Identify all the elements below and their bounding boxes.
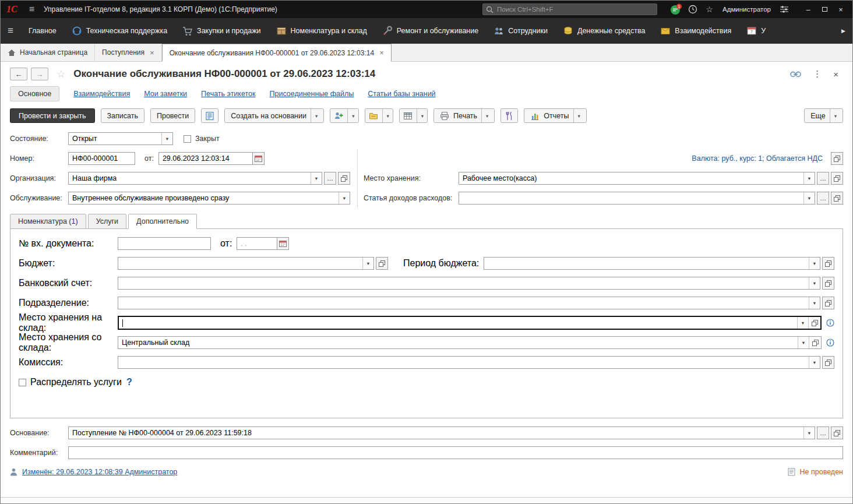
choose-button[interactable]: … [324, 172, 336, 185]
notifications-icon[interactable]: 1 [668, 2, 683, 17]
open-button[interactable] [831, 172, 843, 185]
open-button[interactable] [376, 257, 388, 270]
open-button[interactable] [822, 356, 834, 369]
tab-dopolnitelno[interactable]: Дополнительно [128, 214, 197, 229]
search-input[interactable] [482, 3, 657, 15]
dropdown-icon[interactable]: ▾ [161, 133, 172, 144]
menu-item-sotrudniki[interactable]: Сотрудники [494, 26, 548, 36]
open-button[interactable] [338, 172, 350, 185]
info-icon[interactable] [826, 339, 834, 347]
dropdown-icon[interactable]: ▾ [809, 258, 820, 269]
choose-button[interactable]: … [817, 192, 829, 205]
menu-item-vzaimodeystviya[interactable]: Взаимодействия [660, 26, 731, 36]
forward-button[interactable]: → [31, 68, 48, 80]
service-combobox[interactable]: Внутреннее обслуживание произведено сраз… [68, 192, 350, 205]
dropdown-icon[interactable]: ▾ [362, 258, 373, 269]
service-button[interactable] [500, 108, 518, 123]
dropdown-icon[interactable]: ▾ [311, 172, 322, 184]
budget-combobox[interactable]: ▾ [118, 257, 374, 270]
open-button[interactable] [831, 192, 843, 205]
create-based-on-button[interactable]: Создать на основании ▾ [224, 108, 324, 123]
department-combobox[interactable]: ▾ [118, 297, 820, 309]
nav-link-vzaimodeystviya[interactable]: Взаимодействия [73, 90, 130, 98]
open-icon[interactable] [808, 317, 820, 329]
tab-postupleniya[interactable]: Поступления × [95, 44, 162, 61]
dropdown-icon[interactable]: ▾ [311, 109, 318, 122]
choose-button[interactable]: … [817, 427, 829, 439]
maximize-button[interactable] [816, 1, 833, 17]
close-form-icon[interactable]: × [833, 69, 838, 79]
menu-item-glavnoe[interactable]: Главное [29, 27, 57, 35]
modified-link[interactable]: Изменён: 29.06.2023 12:08:39 Администрат… [22, 468, 177, 476]
dropdown-icon[interactable]: ▾ [417, 109, 424, 122]
settings-icon[interactable] [776, 2, 792, 17]
income-expense-combobox[interactable]: ▾ [459, 192, 815, 205]
attached-files-button[interactable]: ▾ [365, 108, 393, 123]
write-button[interactable]: Записать [101, 108, 144, 123]
storage-place-combobox[interactable]: Рабочее место(касса) ▾ [459, 172, 815, 185]
table-settings-button[interactable]: ▾ [399, 108, 428, 123]
state-combobox[interactable]: Открыт ▾ [68, 132, 173, 145]
dropdown-icon[interactable]: ▾ [803, 192, 815, 204]
sections-menu-icon[interactable]: ≡ [8, 25, 13, 37]
post-button[interactable]: Провести [150, 108, 195, 123]
post-and-close-button[interactable]: Провести и закрыть [10, 108, 95, 123]
more-button[interactable]: Еще ▾ [804, 108, 843, 123]
tab-nomenklatura[interactable]: Номенклатура (1) [10, 214, 86, 229]
open-icon[interactable] [809, 337, 821, 348]
dropdown-icon[interactable]: ▾ [809, 297, 820, 309]
dropdown-icon[interactable]: ▾ [382, 109, 389, 122]
choose-button[interactable]: … [817, 172, 829, 185]
dropdown-icon[interactable]: ▾ [803, 427, 815, 439]
nav-link-stati-bazy-znaniy[interactable]: Статьи базы знаний [368, 90, 435, 98]
currency-info-link[interactable]: Валюта: руб., курс: 1; Облагается НДС [692, 154, 823, 163]
nav-link-prisoedinennye-fayly[interactable]: Присоединенные файлы [270, 90, 354, 98]
open-button[interactable] [822, 257, 834, 270]
favorite-star-icon[interactable]: ☆ [57, 68, 65, 80]
dropdown-icon[interactable]: ▾ [809, 357, 820, 368]
organization-combobox[interactable]: Наша фирма ▾ [68, 172, 322, 185]
closed-checkbox[interactable]: Закрыт [184, 135, 220, 143]
tab-uslugi[interactable]: Услуги [88, 214, 126, 229]
menu-item-zakupki[interactable]: Закупки и продажи [182, 26, 261, 36]
incoming-number-field[interactable] [118, 237, 211, 250]
calendar-button[interactable] [277, 237, 289, 250]
bank-account-combobox[interactable]: ▾ [118, 277, 820, 290]
journal-button[interactable] [201, 108, 218, 123]
help-link[interactable]: ? [126, 377, 132, 387]
close-icon[interactable]: × [150, 48, 154, 57]
menu-overflow-icon[interactable]: ▶ [841, 28, 845, 34]
back-button[interactable]: ← [10, 68, 27, 80]
menu-item-remont[interactable]: Ремонт и обслуживание [382, 26, 478, 36]
nav-link-moi-zametki[interactable]: Мои заметки [144, 90, 187, 98]
open-button[interactable] [831, 152, 843, 165]
number-field[interactable]: НФ00-000001 [68, 152, 135, 165]
info-icon[interactable] [826, 319, 834, 327]
tab-home[interactable]: Начальная страница [1, 44, 95, 61]
dropdown-icon[interactable]: ▾ [830, 109, 837, 122]
history-icon[interactable] [685, 2, 700, 17]
tab-okonchanie-obsluzhivaniya[interactable]: Окончание обслуживания НФ00-000001 от 29… [162, 44, 392, 62]
main-menu-icon[interactable]: ≡ [24, 4, 39, 15]
commission-combobox[interactable]: ▾ [118, 356, 820, 369]
menu-item-denezhnye[interactable]: Денежные средства [563, 26, 645, 36]
calendar-button[interactable] [252, 152, 265, 165]
link-icon[interactable] [790, 71, 801, 77]
menu-item-tehpodderzhka[interactable]: Техническая поддержка [72, 26, 167, 36]
nav-link-pechat-etiketok[interactable]: Печать этикеток [201, 90, 255, 98]
comment-field[interactable] [68, 446, 843, 459]
open-button[interactable] [831, 427, 843, 439]
open-button[interactable] [822, 297, 834, 309]
checkbox-icon[interactable] [184, 135, 191, 143]
dropdown-icon[interactable]: ▾ [339, 192, 350, 204]
current-user[interactable]: Администратор [722, 6, 771, 13]
incoming-date-field[interactable]: . . [237, 237, 277, 250]
dropdown-icon[interactable]: ▾ [481, 109, 488, 122]
distribute-services-checkbox[interactable]: Распределять услуги [19, 377, 122, 387]
favorites-icon[interactable]: ☆ [702, 2, 717, 17]
checkbox-icon[interactable] [19, 379, 26, 386]
budget-period-combobox[interactable]: ▾ [484, 257, 820, 270]
menu-item-nomenklatura[interactable]: Номенклатура и склад [276, 26, 367, 36]
assignees-button[interactable]: ▾ [330, 108, 358, 123]
dropdown-icon[interactable]: ▾ [347, 109, 354, 122]
